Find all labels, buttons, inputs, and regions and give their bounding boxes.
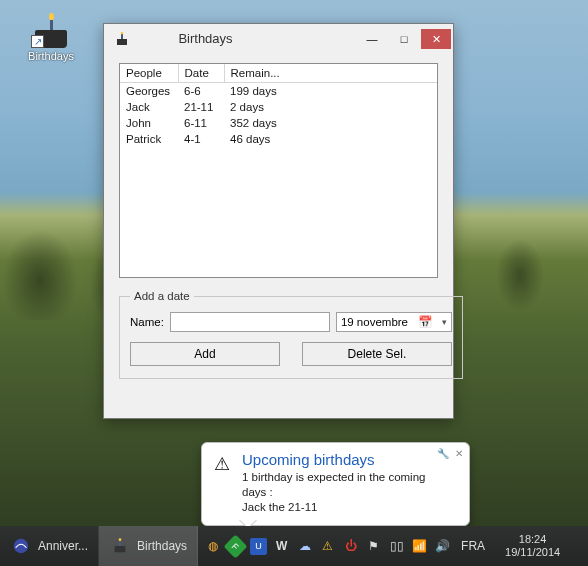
- network-icon[interactable]: 📶: [411, 538, 428, 555]
- table-row[interactable]: Jack 21-11 2 days: [120, 99, 437, 115]
- cell-date: 21-11: [178, 99, 224, 115]
- cell-people: Patrick: [120, 131, 178, 147]
- close-button[interactable]: ✕: [421, 29, 451, 49]
- col-date[interactable]: Date: [178, 64, 224, 83]
- date-value: 19 novembre: [341, 316, 408, 328]
- titlebar-app-icon: [114, 31, 130, 47]
- window-body: People Date Remain... Georges 6-6 199 da…: [104, 53, 453, 393]
- add-date-legend: Add a date: [130, 290, 194, 302]
- add-button[interactable]: Add: [130, 342, 280, 366]
- name-input[interactable]: [170, 312, 330, 332]
- cell-date: 6-11: [178, 115, 224, 131]
- cell-people: Georges: [120, 83, 178, 100]
- svg-rect-5: [119, 541, 121, 546]
- cell-people: Jack: [120, 99, 178, 115]
- date-picker[interactable]: 19 novembre 📅 ▾: [336, 312, 452, 332]
- svg-point-3: [14, 539, 28, 553]
- clock-time: 18:24: [519, 533, 547, 546]
- titlebar[interactable]: Birthdays — □ ✕: [104, 24, 453, 53]
- desktop-shortcut-label: Birthdays: [22, 50, 80, 62]
- svg-rect-4: [115, 546, 126, 552]
- table-row[interactable]: John 6-11 352 days: [120, 115, 437, 131]
- generic-app-icon: [10, 535, 32, 557]
- desktop-shortcut-birthdays[interactable]: ↗ Birthdays: [22, 8, 80, 62]
- cell-date: 4-1: [178, 131, 224, 147]
- tray-icon[interactable]: ⚠: [319, 538, 336, 555]
- balloon-text: 1 birthday is expected in the coming day…: [242, 470, 443, 515]
- birthdays-app-icon: [109, 535, 131, 557]
- col-people[interactable]: People: [120, 64, 178, 83]
- birthdays-app-icon: ↗: [31, 8, 71, 48]
- minimize-button[interactable]: —: [357, 29, 387, 49]
- svg-rect-1: [121, 34, 123, 39]
- table-row[interactable]: Patrick 4-1 46 days: [120, 131, 437, 147]
- shortcut-overlay-icon: ↗: [31, 35, 44, 48]
- tray-icon[interactable]: U: [250, 538, 267, 555]
- birthdays-window: Birthdays — □ ✕ People Date Remain...: [103, 23, 454, 419]
- battery-icon[interactable]: ▯▯: [388, 538, 405, 555]
- tray-icon[interactable]: F: [224, 534, 248, 558]
- close-icon: ✕: [432, 33, 441, 45]
- calendar-icon: 📅: [418, 316, 431, 329]
- tray-icon[interactable]: ☁: [296, 538, 313, 555]
- cell-people: John: [120, 115, 178, 131]
- maximize-button[interactable]: □: [389, 29, 419, 49]
- svg-rect-0: [117, 39, 127, 45]
- flag-icon[interactable]: ⚑: [365, 538, 382, 555]
- taskbar: Anniver... Birthdays ◍ F U W ☁ ⚠ ⏻ ⚑ ▯▯ …: [0, 526, 588, 566]
- balloon-close-icon[interactable]: ✕: [455, 448, 463, 459]
- cell-date: 6-6: [178, 83, 224, 100]
- maximize-icon: □: [401, 33, 408, 45]
- delete-selection-button[interactable]: Delete Sel.: [302, 342, 452, 366]
- taskbar-item-anniver[interactable]: Anniver...: [0, 526, 99, 566]
- clock-date: 19/11/2014: [505, 546, 560, 559]
- chevron-down-icon: ▾: [442, 317, 447, 327]
- window-title: Birthdays: [136, 31, 355, 46]
- balloon-settings-icon[interactable]: 🔧: [437, 448, 449, 459]
- volume-icon[interactable]: 🔊: [434, 538, 451, 555]
- notification-balloon[interactable]: ⚠ 🔧 ✕ Upcoming birthdays 1 birthday is e…: [201, 442, 470, 526]
- cell-remain: 46 days: [224, 131, 437, 147]
- tray-icon[interactable]: ⏻: [342, 538, 359, 555]
- cell-remain: 352 days: [224, 115, 437, 131]
- taskbar-item-label: Anniver...: [38, 539, 88, 553]
- tray-icon[interactable]: W: [273, 538, 290, 555]
- cell-remain: 2 days: [224, 99, 437, 115]
- cell-remain: 199 days: [224, 83, 437, 100]
- col-remain[interactable]: Remain...: [224, 64, 437, 83]
- language-indicator[interactable]: FRA: [457, 539, 489, 553]
- desktop: ↗ Birthdays Birthdays — □ ✕ People Date: [0, 0, 588, 566]
- warning-icon: ⚠: [214, 453, 230, 475]
- taskbar-item-birthdays[interactable]: Birthdays: [99, 526, 198, 566]
- balloon-title: Upcoming birthdays: [242, 451, 443, 468]
- table-row[interactable]: Georges 6-6 199 days: [120, 83, 437, 100]
- minimize-icon: —: [367, 33, 378, 45]
- clock[interactable]: 18:24 19/11/2014: [495, 533, 570, 559]
- system-tray: ◍ F U W ☁ ⚠ ⏻ ⚑ ▯▯ 📶 🔊 FRA 18:24 19/11/2…: [198, 526, 588, 566]
- birthdays-list[interactable]: People Date Remain... Georges 6-6 199 da…: [119, 63, 438, 278]
- svg-point-2: [121, 31, 124, 34]
- svg-point-6: [119, 538, 122, 541]
- name-label: Name:: [130, 316, 164, 328]
- add-date-group: Add a date Name: 19 novembre 📅 ▾ Add Del…: [119, 290, 463, 379]
- tray-icon[interactable]: ◍: [204, 538, 221, 555]
- taskbar-item-label: Birthdays: [137, 539, 187, 553]
